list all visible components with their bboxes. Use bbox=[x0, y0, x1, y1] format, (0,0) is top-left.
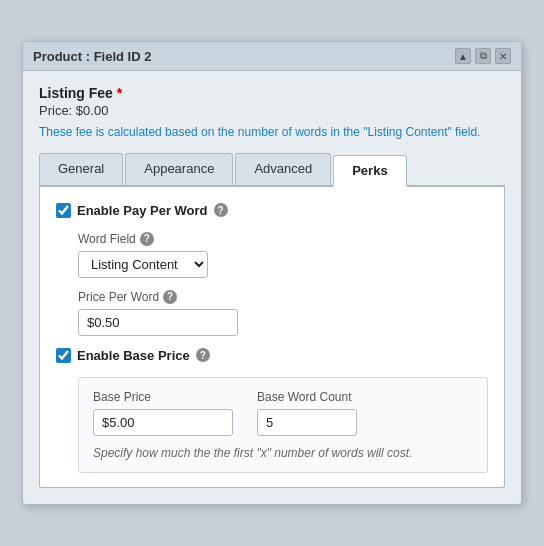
enable-pay-per-word-label: Enable Pay Per Word bbox=[77, 203, 208, 218]
price-per-word-label: Price Per Word ? bbox=[78, 290, 488, 304]
required-marker: * bbox=[117, 85, 122, 101]
base-word-count-label: Base Word Count bbox=[257, 390, 357, 404]
copy-button[interactable]: ⧉ bbox=[475, 48, 491, 64]
base-price-input[interactable] bbox=[93, 409, 233, 436]
info-text: These fee is calculated based on the num… bbox=[39, 124, 505, 141]
price-text: Price: $0.00 bbox=[39, 103, 505, 118]
window-controls: ▲ ⧉ ✕ bbox=[455, 48, 511, 64]
copy-icon: ⧉ bbox=[480, 50, 487, 62]
tab-advanced[interactable]: Advanced bbox=[235, 153, 331, 185]
hint-text: Specify how much the the first "x" numbe… bbox=[93, 446, 473, 460]
enable-base-price-label: Enable Base Price bbox=[77, 348, 190, 363]
content-area: Listing Fee * Price: $0.00 These fee is … bbox=[23, 71, 521, 504]
base-price-section: Base Price Base Word Count Specify how m… bbox=[78, 377, 488, 473]
word-field-label: Word Field ? bbox=[78, 232, 488, 246]
tabs-bar: General Appearance Advanced Perks bbox=[39, 153, 505, 187]
enable-pay-per-word-help-icon[interactable]: ? bbox=[214, 203, 228, 217]
base-price-col: Base Price bbox=[93, 390, 233, 436]
close-button[interactable]: ✕ bbox=[495, 48, 511, 64]
tab-general[interactable]: General bbox=[39, 153, 123, 185]
price-per-word-help-icon[interactable]: ? bbox=[163, 290, 177, 304]
window-title: Product : Field ID 2 bbox=[33, 49, 151, 64]
base-price-label: Base Price bbox=[93, 390, 233, 404]
base-price-row: Base Price Base Word Count bbox=[93, 390, 473, 436]
enable-pay-per-word-row: Enable Pay Per Word ? bbox=[56, 203, 488, 218]
word-field-select[interactable]: Listing Content bbox=[78, 251, 208, 278]
perks-tab-content: Enable Pay Per Word ? Word Field ? Listi… bbox=[39, 187, 505, 488]
enable-base-price-checkbox[interactable] bbox=[56, 348, 71, 363]
minimize-icon: ▲ bbox=[458, 51, 468, 62]
price-per-word-input[interactable] bbox=[78, 309, 238, 336]
word-field-help-icon[interactable]: ? bbox=[140, 232, 154, 246]
title-bar: Product : Field ID 2 ▲ ⧉ ✕ bbox=[23, 42, 521, 71]
word-field-group: Word Field ? Listing Content bbox=[78, 232, 488, 278]
price-per-word-group: Price Per Word ? bbox=[78, 290, 488, 336]
close-icon: ✕ bbox=[499, 51, 507, 62]
base-word-count-col: Base Word Count bbox=[257, 390, 357, 436]
enable-pay-per-word-checkbox[interactable] bbox=[56, 203, 71, 218]
main-window: Product : Field ID 2 ▲ ⧉ ✕ Listing Fee *… bbox=[22, 41, 522, 505]
enable-base-price-row: Enable Base Price ? bbox=[56, 348, 488, 363]
tab-appearance[interactable]: Appearance bbox=[125, 153, 233, 185]
field-title: Listing Fee * bbox=[39, 85, 505, 101]
tab-perks[interactable]: Perks bbox=[333, 155, 406, 187]
minimize-button[interactable]: ▲ bbox=[455, 48, 471, 64]
enable-base-price-help-icon[interactable]: ? bbox=[196, 348, 210, 362]
base-word-count-input[interactable] bbox=[257, 409, 357, 436]
